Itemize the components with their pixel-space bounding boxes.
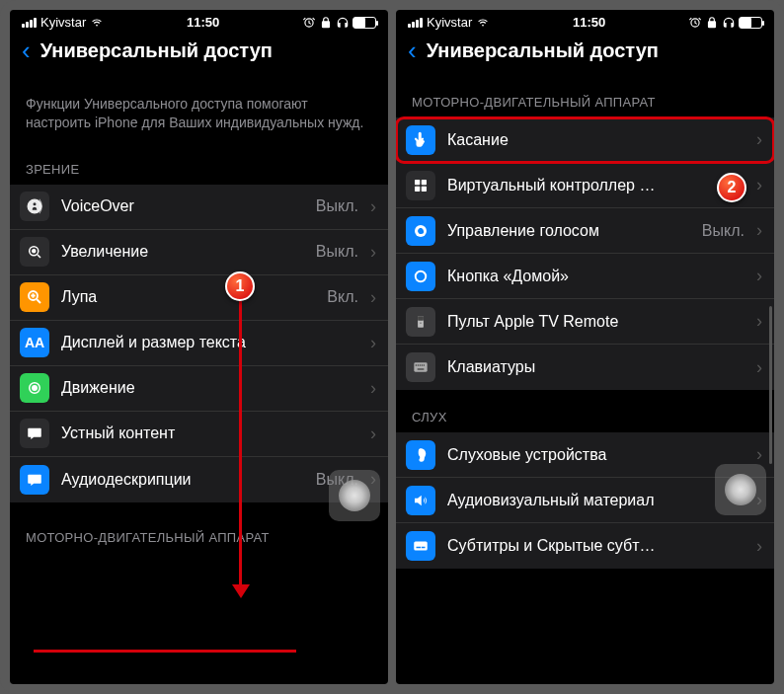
svg-rect-9 bbox=[415, 180, 420, 185]
row-spoken[interactable]: Устный контент › bbox=[10, 412, 388, 457]
svg-rect-19 bbox=[416, 364, 417, 365]
row-label: Пульт Apple TV Remote bbox=[447, 313, 745, 331]
vision-list: VoiceOver Выкл. › Увеличение Выкл. › Луп… bbox=[10, 185, 388, 502]
chevron-right-icon: › bbox=[370, 378, 376, 399]
row-voiceover[interactable]: VoiceOver Выкл. › bbox=[10, 185, 388, 230]
chevron-right-icon: › bbox=[756, 129, 762, 150]
row-label: Кнопка «Домой» bbox=[447, 268, 745, 285]
chevron-right-icon: › bbox=[370, 333, 376, 353]
svg-rect-18 bbox=[414, 362, 427, 371]
row-label: Лупа bbox=[61, 288, 315, 306]
home-button-icon bbox=[406, 262, 435, 291]
audiodescription-icon bbox=[20, 465, 49, 495]
chevron-right-icon: › bbox=[756, 311, 762, 332]
chevron-right-icon: › bbox=[756, 536, 762, 557]
row-label: VoiceOver bbox=[61, 197, 304, 215]
motor-list: Касание › Виртуальный контроллер … › Упр… bbox=[396, 117, 774, 390]
row-motion[interactable]: Движение › bbox=[10, 366, 388, 412]
callout-arrow-head bbox=[232, 584, 250, 598]
row-keyboard[interactable]: Клавиатуры › bbox=[396, 345, 774, 390]
assistive-touch-button[interactable] bbox=[329, 470, 380, 521]
magnifier-icon bbox=[20, 282, 49, 312]
clock-label: 11:50 bbox=[187, 15, 219, 30]
row-value: Выкл. bbox=[702, 222, 745, 240]
row-magnifier[interactable]: Лупа Вкл. › bbox=[10, 275, 388, 321]
row-home[interactable]: Кнопка «Домой» › bbox=[396, 254, 774, 299]
svg-rect-27 bbox=[422, 547, 426, 549]
svg-rect-24 bbox=[418, 368, 425, 369]
row-zoom[interactable]: Увеличение Выкл. › bbox=[10, 230, 388, 275]
callout-underline bbox=[34, 650, 296, 653]
ear-icon bbox=[406, 440, 435, 470]
row-label: Дисплей и размер текста bbox=[61, 334, 358, 351]
status-bar: Kyivstar 11:50 bbox=[10, 10, 388, 32]
signal-icon bbox=[22, 18, 37, 28]
chevron-right-icon: › bbox=[370, 424, 376, 444]
svg-rect-26 bbox=[417, 547, 422, 549]
back-button[interactable]: ‹ bbox=[408, 38, 417, 63]
row-label: Движение bbox=[61, 379, 358, 397]
battery-icon bbox=[353, 17, 376, 29]
chevron-right-icon: › bbox=[370, 287, 376, 308]
svg-rect-10 bbox=[422, 180, 427, 185]
callout-badge-1: 1 bbox=[225, 271, 255, 301]
section-hearing-header: СЛУХ bbox=[396, 390, 774, 432]
carrier-label: Kyivstar bbox=[427, 15, 472, 30]
keyboard-icon bbox=[406, 352, 435, 382]
row-label: Виртуальный контроллер … bbox=[447, 177, 745, 194]
scroll-indicator[interactable] bbox=[769, 306, 772, 464]
motion-icon bbox=[20, 373, 49, 403]
speaker-icon bbox=[406, 486, 435, 515]
battery-icon bbox=[739, 17, 762, 29]
clock-label: 11:50 bbox=[573, 15, 605, 30]
alarm-icon bbox=[688, 16, 702, 30]
row-label: Субтитры и Скрытые субт… bbox=[447, 537, 745, 555]
svg-rect-25 bbox=[414, 542, 428, 551]
svg-line-6 bbox=[37, 300, 40, 304]
svg-rect-22 bbox=[422, 364, 423, 365]
callout-badge-2: 2 bbox=[717, 173, 746, 202]
lock-icon bbox=[705, 16, 719, 30]
row-label: Клавиатуры bbox=[447, 358, 745, 376]
svg-point-14 bbox=[416, 270, 427, 281]
back-button[interactable]: ‹ bbox=[22, 38, 31, 63]
subtitles-icon bbox=[406, 531, 435, 561]
headphones-icon bbox=[722, 16, 736, 30]
svg-point-8 bbox=[33, 386, 38, 391]
nav-header: ‹ Универсальный доступ bbox=[10, 32, 388, 75]
section-vision-header: ЗРЕНИЕ bbox=[10, 142, 388, 185]
row-touch[interactable]: Касание › bbox=[396, 117, 774, 163]
row-label: Касание bbox=[447, 131, 745, 149]
lock-icon bbox=[319, 16, 333, 30]
chevron-right-icon: › bbox=[756, 444, 762, 465]
chevron-right-icon: › bbox=[756, 175, 762, 195]
row-display[interactable]: AA Дисплей и размер текста › bbox=[10, 321, 388, 366]
assistive-touch-button[interactable] bbox=[715, 464, 766, 515]
chevron-right-icon: › bbox=[370, 242, 376, 263]
row-label: Увеличение bbox=[61, 243, 304, 261]
row-label: Слуховые устройства bbox=[447, 446, 745, 464]
row-subtitles[interactable]: Субтитры и Скрытые субт… › bbox=[396, 523, 774, 569]
tv-remote-icon bbox=[406, 307, 435, 337]
svg-rect-21 bbox=[420, 364, 421, 365]
page-title: Универсальный доступ bbox=[40, 39, 273, 62]
svg-rect-12 bbox=[422, 186, 427, 191]
row-label: Аудиовизуальный материал bbox=[447, 492, 745, 509]
row-label: Управление голосом bbox=[447, 222, 690, 240]
chevron-right-icon: › bbox=[756, 220, 762, 241]
wifi-icon bbox=[476, 16, 490, 30]
chevron-right-icon: › bbox=[756, 266, 762, 286]
voiceover-icon bbox=[20, 192, 49, 221]
svg-rect-20 bbox=[418, 364, 419, 365]
chevron-right-icon: › bbox=[370, 196, 376, 217]
section-motor-header: МОТОРНО-ДВИГАТЕЛЬНЫЙ АППАРАТ bbox=[396, 75, 774, 117]
svg-rect-16 bbox=[418, 316, 424, 321]
row-voice[interactable]: Управление голосом Выкл. › bbox=[396, 208, 774, 254]
row-value: Выкл. bbox=[316, 197, 358, 215]
switch-control-icon bbox=[406, 171, 435, 200]
row-tv[interactable]: Пульт Apple TV Remote › bbox=[396, 299, 774, 345]
callout-arrow bbox=[239, 301, 242, 587]
text-size-icon: AA bbox=[20, 328, 49, 357]
svg-rect-23 bbox=[424, 364, 425, 365]
headphones-icon bbox=[336, 16, 350, 30]
